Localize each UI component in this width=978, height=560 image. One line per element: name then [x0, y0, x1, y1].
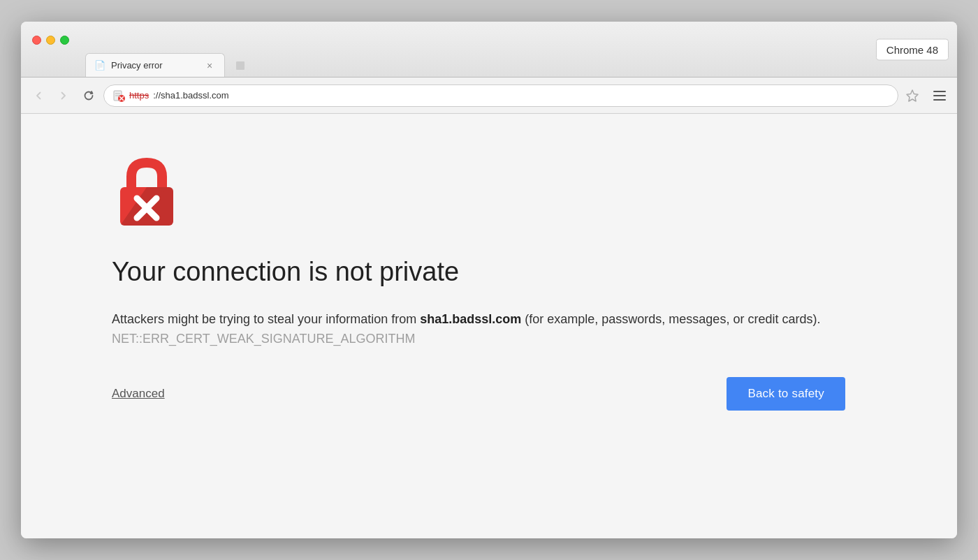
fullscreen-window-button[interactable]	[60, 36, 69, 45]
back-to-safety-button[interactable]: Back to safety	[727, 377, 845, 411]
tab-page-icon: 📄	[94, 60, 105, 71]
new-tab-button[interactable]	[228, 56, 253, 75]
back-button[interactable]	[28, 85, 49, 106]
svg-marker-7	[907, 90, 918, 101]
lock-icon-container	[112, 156, 866, 228]
forward-button[interactable]	[53, 85, 74, 106]
hamburger-icon	[933, 91, 946, 101]
page-content: Your connection is not private Attackers…	[21, 114, 957, 538]
https-strikethrough: https	[129, 90, 149, 101]
chrome-menu-button[interactable]	[929, 85, 950, 106]
reload-button[interactable]	[78, 85, 99, 106]
active-tab[interactable]: 📄 Privacy error ×	[85, 53, 225, 77]
tab-close-button[interactable]: ×	[203, 59, 216, 72]
description-after: (for example, passwords, messages, or cr…	[521, 312, 820, 326]
chrome-version-badge: Chrome 48	[876, 38, 949, 60]
minimize-window-button[interactable]	[46, 36, 55, 45]
ssl-error-icon	[112, 89, 125, 102]
domain-name: sha1.badssl.com	[420, 312, 521, 326]
error-description: Attackers might be trying to steal your …	[112, 309, 845, 350]
tabs-row: 📄 Privacy error ×	[85, 22, 253, 77]
traffic-lights	[32, 36, 69, 45]
error-heading: Your connection is not private	[112, 256, 866, 288]
advanced-button[interactable]: Advanced	[112, 387, 165, 401]
close-window-button[interactable]	[32, 36, 41, 45]
svg-rect-0	[236, 61, 245, 70]
bookmark-button[interactable]	[903, 86, 922, 105]
tab-title: Privacy error	[111, 60, 198, 71]
error-code: NET::ERR_CERT_WEAK_SIGNATURE_ALGORITHM	[112, 332, 415, 346]
actions-row: Advanced Back to safety	[112, 377, 845, 411]
title-bar: 📄 Privacy error × Chrome 48	[21, 22, 957, 78]
address-bar[interactable]: https ://sha1.badssl.com	[103, 84, 898, 107]
description-before: Attackers might be trying to steal your …	[112, 312, 420, 326]
lock-error-icon	[112, 156, 182, 226]
address-url: ://sha1.badssl.com	[153, 90, 889, 101]
browser-window: 📄 Privacy error × Chrome 48	[21, 22, 957, 538]
toolbar: https ://sha1.badssl.com	[21, 78, 957, 114]
